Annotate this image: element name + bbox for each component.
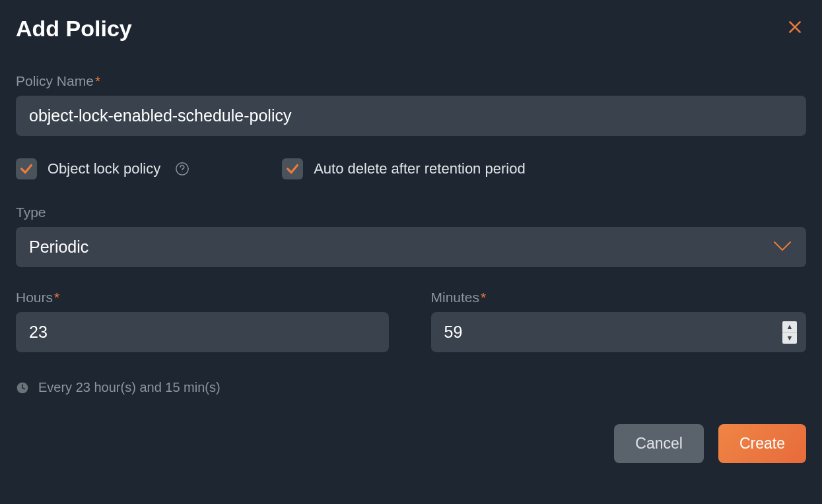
close-icon [786, 18, 804, 36]
object-lock-label: Object lock policy [48, 160, 160, 177]
hours-field: Hours* [16, 290, 392, 352]
spinner-up[interactable]: ▲ [782, 321, 797, 333]
policy-name-input[interactable] [16, 96, 806, 136]
schedule-summary-text: Every 23 hour(s) and 15 min(s) [38, 380, 221, 395]
object-lock-checkbox[interactable] [16, 158, 37, 179]
check-icon [19, 162, 34, 176]
minutes-label: Minutes* [431, 290, 487, 305]
type-field: Type Periodic [16, 205, 806, 267]
required-star: * [481, 290, 486, 305]
question-icon [175, 162, 189, 176]
auto-delete-checkbox[interactable] [282, 158, 303, 179]
minutes-input[interactable] [431, 312, 807, 352]
dialog-header: Add Policy [16, 16, 806, 42]
time-fields-row: Hours* Minutes* ▲ ▼ [16, 290, 806, 352]
object-lock-help-icon[interactable] [175, 162, 189, 176]
required-star: * [95, 73, 100, 88]
cancel-button[interactable]: Cancel [614, 424, 704, 463]
dialog-footer: Cancel Create [16, 424, 806, 463]
schedule-summary: Every 23 hour(s) and 15 min(s) [16, 380, 806, 395]
minutes-field: Minutes* ▲ ▼ [431, 290, 807, 352]
type-label: Type [16, 205, 46, 220]
auto-delete-checkbox-group: Auto delete after retention period [282, 158, 525, 179]
add-policy-dialog: Add Policy Policy Name* Object lock poli… [16, 16, 806, 463]
svg-point-3 [182, 172, 183, 172]
type-select-wrap: Periodic [16, 227, 806, 267]
required-star: * [54, 290, 59, 305]
clock-icon [16, 381, 29, 394]
spinner-down[interactable]: ▼ [782, 332, 797, 344]
hours-label-text: Hours [16, 290, 53, 305]
type-select[interactable]: Periodic [16, 227, 806, 267]
policy-name-label: Policy Name* [16, 73, 100, 89]
hours-input[interactable] [16, 312, 389, 352]
policy-name-label-text: Policy Name [16, 73, 94, 88]
object-lock-checkbox-group: Object lock policy [16, 158, 189, 179]
close-button[interactable] [784, 16, 806, 38]
minutes-spinner[interactable]: ▲ ▼ [782, 321, 797, 344]
hours-label: Hours* [16, 290, 59, 305]
checkbox-row: Object lock policy Auto delete after ret… [16, 158, 806, 179]
check-icon [285, 162, 300, 176]
policy-name-field: Policy Name* [16, 73, 806, 136]
auto-delete-label: Auto delete after retention period [314, 160, 525, 177]
create-button[interactable]: Create [718, 424, 806, 463]
minutes-input-wrap: ▲ ▼ [431, 312, 807, 352]
dialog-title: Add Policy [16, 16, 132, 42]
minutes-label-text: Minutes [431, 290, 480, 305]
